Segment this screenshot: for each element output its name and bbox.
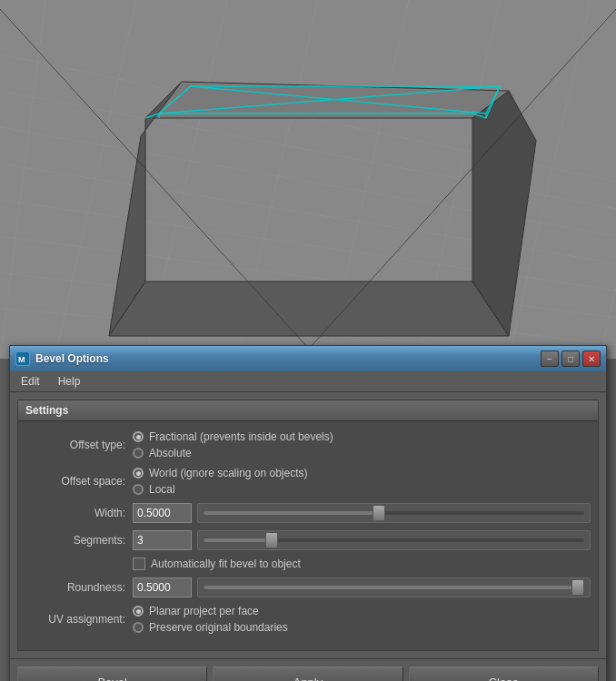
bevel-options-dialog: M Bevel Options − □ ✕ Edit Help Settings…: [9, 345, 607, 681]
roundness-slider[interactable]: [197, 577, 591, 597]
uv-planar[interactable]: Planar project per face: [133, 605, 288, 617]
auto-fit-row: Automatically fit bevel to object: [133, 558, 591, 570]
width-control: [133, 503, 591, 523]
uv-planar-radio[interactable]: [133, 606, 144, 617]
roundness-label: Roundness:: [25, 581, 125, 594]
offset-space-local-label: Local: [149, 483, 175, 496]
offset-space-row: Offset space: World (ignore scaling on o…: [25, 467, 591, 496]
offset-space-label: Offset space:: [25, 475, 125, 488]
dialog-titlebar: M Bevel Options − □ ✕: [10, 346, 606, 371]
offset-type-fractional-radio[interactable]: [133, 431, 144, 442]
svg-marker-17: [109, 281, 509, 336]
offset-type-value: Fractional (prevents inside out bevels) …: [133, 430, 591, 459]
offset-space-local[interactable]: Local: [133, 483, 308, 496]
uv-preserve[interactable]: Preserve original boundaries: [133, 621, 288, 634]
uv-planar-label: Planar project per face: [149, 605, 259, 617]
uv-assignment-options: Planar project per face Preserve origina…: [133, 605, 288, 634]
offset-space-local-radio[interactable]: [133, 484, 144, 495]
segments-label: Segments:: [25, 534, 125, 547]
width-label: Width:: [25, 507, 125, 519]
uv-preserve-radio[interactable]: [133, 622, 144, 633]
titlebar-controls: − □ ✕: [541, 350, 601, 367]
offset-type-options: Fractional (prevents inside out bevels) …: [133, 430, 333, 459]
uv-assignment-label: UV assignment:: [25, 613, 125, 626]
offset-type-label: Offset type:: [25, 439, 125, 451]
auto-fit-checkbox[interactable]: [133, 558, 145, 570]
minimize-button[interactable]: −: [541, 350, 559, 367]
width-input[interactable]: [133, 503, 192, 523]
settings-header: Settings: [18, 400, 598, 421]
dialog-buttons: Bevel Apply Close: [10, 658, 606, 681]
menu-bar: Edit Help: [10, 371, 606, 392]
close-button[interactable]: Close: [409, 666, 599, 681]
roundness-row: Roundness:: [25, 577, 591, 597]
uv-preserve-label: Preserve original boundaries: [149, 621, 288, 634]
svg-text:M: M: [18, 355, 25, 364]
offset-space-world[interactable]: World (ignore scaling on objects): [133, 467, 308, 479]
offset-type-absolute-radio[interactable]: [133, 448, 144, 459]
uv-assignment-row: UV assignment: Planar project per face P…: [25, 605, 591, 634]
menu-help[interactable]: Help: [55, 373, 84, 390]
settings-group: Settings Offset type: Fractional (preven…: [17, 400, 599, 651]
menu-edit[interactable]: Edit: [17, 373, 44, 390]
uv-assignment-value: Planar project per face Preserve origina…: [133, 605, 591, 634]
auto-fit-label: Automatically fit bevel to object: [151, 558, 301, 570]
settings-body: Offset type: Fractional (prevents inside…: [18, 421, 598, 650]
segments-slider[interactable]: [197, 530, 591, 550]
segments-row: Segments:: [25, 530, 591, 550]
dialog-icon: M: [15, 351, 30, 366]
dialog-title: Bevel Options: [35, 352, 541, 365]
offset-space-options: World (ignore scaling on objects) Local: [133, 467, 308, 496]
offset-type-row: Offset type: Fractional (prevents inside…: [25, 430, 591, 459]
offset-type-absolute[interactable]: Absolute: [133, 447, 333, 459]
bevel-button[interactable]: Bevel: [17, 666, 207, 681]
width-row: Width:: [25, 503, 591, 523]
3d-viewport: [0, 0, 616, 359]
dialog-content: Settings Offset type: Fractional (preven…: [10, 392, 606, 658]
segments-control: [133, 530, 591, 550]
offset-type-fractional[interactable]: Fractional (prevents inside out bevels): [133, 430, 333, 443]
apply-button[interactable]: Apply: [213, 666, 402, 681]
close-window-button[interactable]: ✕: [582, 350, 601, 367]
width-slider[interactable]: [197, 503, 591, 523]
offset-space-world-radio[interactable]: [133, 468, 144, 479]
roundness-control: [133, 577, 591, 597]
offset-space-value: World (ignore scaling on objects) Local: [133, 467, 591, 496]
segments-input[interactable]: [133, 530, 192, 550]
offset-type-absolute-label: Absolute: [149, 447, 192, 459]
offset-space-world-label: World (ignore scaling on objects): [149, 467, 308, 479]
offset-type-fractional-label: Fractional (prevents inside out bevels): [149, 430, 333, 443]
restore-button[interactable]: □: [561, 350, 580, 367]
roundness-input[interactable]: [133, 577, 192, 597]
